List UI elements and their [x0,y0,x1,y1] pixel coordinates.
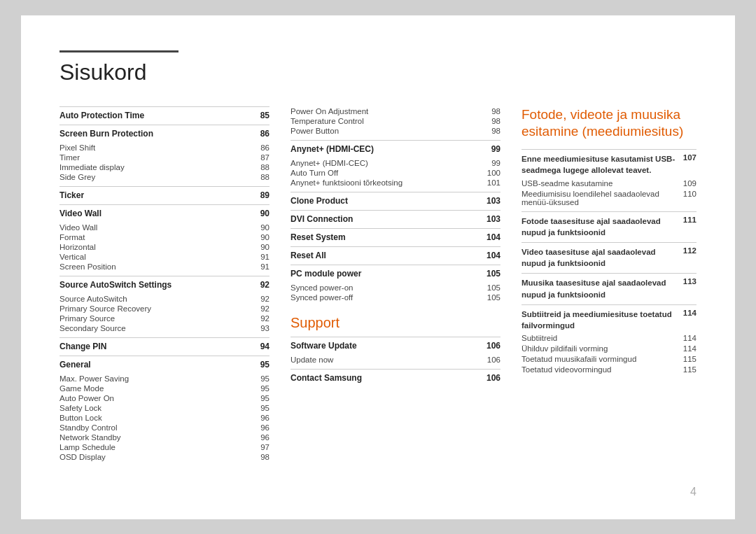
mid-header-row: PC module power 105 [290,265,500,279]
right-item: Enne meediumiesituse kasutamist USB-sead… [522,149,696,207]
toc-item-row: Source AutoSwitch 92 [59,294,270,304]
mid-section: PC module power 105 [290,265,500,279]
toc-item-label: Lamp Schedule [59,443,115,451]
toc-header-label: Auto Protection Time [59,111,144,120]
mid-item-label: Power On Adjustment [290,107,368,115]
toc-item-row: Timer 87 [59,153,270,162]
toc-item-row: Max. Power Saving 95 [59,374,270,384]
toc-header-label: Source AutoSwitch Settings [59,280,172,290]
right-header-text: Fotode taasesituse ajal saadaolevad nupu… [522,216,676,238]
mid-support-section: Software Update 106 [290,337,500,351]
standalone-row: DVI Connection 103 [290,210,500,224]
toc-header-row: General 95 [59,356,270,370]
right-sub-num: 115 [683,355,696,363]
toc-header-label: Ticker [59,190,84,200]
mid-item-num: 98 [491,107,500,115]
toc-item-num: 98 [260,453,270,461]
standalone-num: 104 [486,232,500,242]
toc-item-num: 95 [260,394,270,402]
toc-item-label: Timer [59,153,80,162]
mid-header-label: Software Update [290,341,357,351]
toc-section: Video Wall 90 [59,204,270,218]
right-sub-row: Meediumisisu loendilehel saadaolevad men… [522,188,696,207]
mid-header-row: Software Update 106 [290,337,500,351]
toc-item-num: 96 [260,423,270,432]
mid-section: Reset System 104 [290,228,500,242]
toc-item-num: 90 [260,243,270,251]
mid-item-row: Power Button 98 [290,126,500,136]
mid-item-row: Power On Adjustment 98 [290,106,500,116]
toc-item-row: Screen Position 91 [59,262,270,272]
title-bar [59,50,178,52]
mid-item-num: 100 [487,169,500,177]
toc-item-row: Format 90 [59,232,270,242]
right-sub-label: Ühilduv pildifaili vorming [522,344,608,353]
toc-section: Change PIN 94 [59,337,270,351]
mid-section: Anynet+ (HDMI-CEC) 99 Auto Turn Off 100 … [290,158,500,188]
toc-item-label: Primary Source Recovery [59,304,151,313]
mid-section: Clone Product 103 [290,192,500,206]
toc-item-num: 92 [260,314,270,323]
toc-header-row: Screen Burn Protection 86 [59,125,270,139]
right-sub-num: 109 [683,179,696,188]
toc-item-label: Primary Source [59,314,115,323]
right-header-text: Subtiitreid ja meediumiesituse toetatud … [522,309,676,331]
right-header-text: Video taasesituse ajal saadaolevad nupud… [522,246,676,269]
toc-item-num: 96 [260,414,270,422]
mid-item-row: Anynet+ funktsiooni tõrkeotsing 101 [290,178,500,188]
toc-section: Source AutoSwitch Settings 92 [59,276,270,290]
mid-section: Anynet+ (HDMI-CEC) 99 [290,140,500,154]
right-sub-row: Subtiitreid 114 [522,333,696,344]
standalone-num: 103 [486,214,500,224]
standalone-num: 103 [486,196,500,206]
left-column: Auto Protection Time 85 Screen Burn Prot… [59,106,270,466]
right-section-title: Fotode, videote ja muusikaesitamine (mee… [522,106,696,141]
toc-item-label: Secondary Source [59,324,126,332]
toc-item-row: Primary Source Recovery 92 [59,304,270,314]
toc-section: Max. Power Saving 95 Game Mode 95 Auto P… [59,374,270,462]
mid-header-num: 106 [486,341,500,351]
right-item: Subtiitreid ja meediumiesituse toetatud … [522,304,696,375]
right-column: Fotode, videote ja muusikaesitamine (mee… [522,106,696,466]
toc-header-num: 90 [260,209,270,218]
toc-item-num: 87 [260,153,270,162]
toc-item-row: Vertical 91 [59,252,270,262]
toc-item-label: Game Mode [59,384,104,393]
mid-item-row: Temperature Control 98 [290,116,500,126]
mid-section: DVI Connection 103 [290,210,500,224]
toc-header-row: Source AutoSwitch Settings 92 [59,276,270,290]
toc-item-label: Format [59,233,85,241]
toc-item-label: Immediate display [59,163,125,171]
mid-item-num: 101 [487,178,500,187]
toc-item-num: 90 [260,223,270,232]
page-title: Sisukord [59,59,696,85]
toc-item-label: Safety Lock [59,404,102,412]
toc-section: Pixel Shift 86 Timer 87 Immediate displa… [59,143,270,182]
toc-section: Auto Protection Time 85 [59,106,270,120]
right-item: Fotode taasesituse ajal saadaolevad nupu… [522,211,696,238]
mid-section: Reset All 104 [290,246,500,260]
right-sub-label: Toetatud videovormingud [522,365,612,374]
mid-item-num: 105 [487,283,500,292]
standalone-num: 104 [486,251,500,260]
standalone-num: 106 [486,373,500,383]
toc-item-row: OSD Display 98 [59,452,270,462]
toc-item-row: Primary Source 92 [59,314,270,323]
toc-item-num: 95 [260,404,270,412]
toc-item-label: Vertical [59,253,86,261]
toc-item-label: Max. Power Saving [59,374,129,383]
toc-section: Screen Burn Protection 86 [59,125,270,139]
toc-header-label: Screen Burn Protection [59,129,153,139]
right-header-num: 112 [683,246,696,255]
right-item: Muusika taasesituse ajal saadaolevad nup… [522,273,696,300]
toc-item-num: 97 [260,443,270,451]
toc-item-row: Pixel Shift 86 [59,143,270,153]
right-sub-row: Ühilduv pildifaili vorming 114 [522,344,696,354]
toc-header-label: General [59,360,91,370]
toc-item-label: Standby Control [59,423,117,432]
toc-item-label: Pixel Shift [59,143,95,152]
right-header-num: 107 [683,153,696,162]
toc-item-num: 95 [260,384,270,393]
right-header-row: Enne meediumiesituse kasutamist USB-sead… [522,149,696,176]
toc-item-num: 91 [260,262,270,271]
